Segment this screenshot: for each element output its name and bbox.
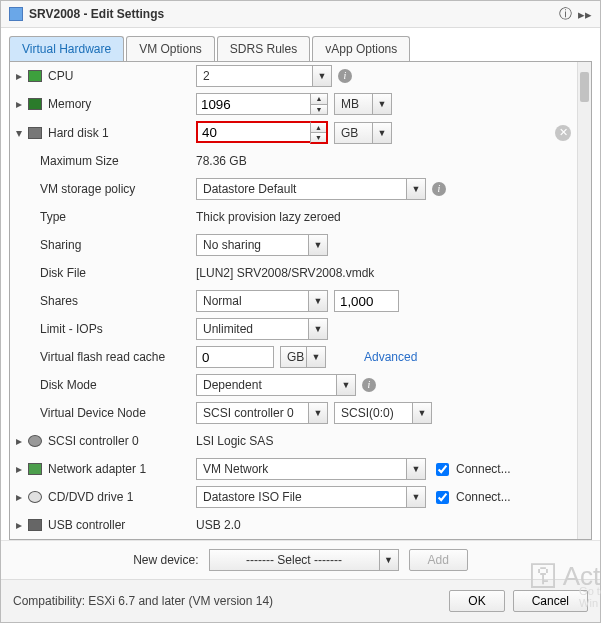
usb-label: USB controller — [48, 518, 125, 532]
help-icon[interactable]: ⓘ — [559, 5, 572, 23]
disk-file-value: [LUN2] SRV2008/SRV2008.vmdk — [196, 266, 374, 280]
expand-icon[interactable]: ▸▸ — [578, 7, 592, 22]
tab-virtual-hardware[interactable]: Virtual Hardware — [9, 36, 124, 61]
limit-label: Limit - IOPs — [40, 322, 103, 336]
memory-down-icon[interactable]: ▼ — [311, 105, 327, 115]
settings-scroll-area[interactable]: ▸ CPU 2 ▼ i ▸ Memory — [10, 62, 577, 539]
hdd1-size-down-icon[interactable]: ▼ — [311, 133, 326, 142]
advanced-link[interactable]: Advanced — [364, 350, 417, 364]
net1-dropdown-button[interactable]: ▼ — [406, 458, 426, 480]
tab-sdrs-rules[interactable]: SDRS Rules — [217, 36, 310, 61]
info-icon[interactable]: i — [432, 182, 446, 196]
tab-vm-options[interactable]: VM Options — [126, 36, 215, 61]
net1-connect-input[interactable] — [436, 463, 449, 476]
disk-file-label: Disk File — [40, 266, 86, 280]
memory-input[interactable] — [196, 93, 310, 115]
limit-dropdown-button[interactable]: ▼ — [308, 318, 328, 340]
info-icon[interactable]: i — [362, 378, 376, 392]
expand-cpu-icon[interactable]: ▸ — [16, 69, 26, 83]
memory-unit-dropdown-button[interactable]: ▼ — [372, 93, 392, 115]
scsi0-value: LSI Logic SAS — [196, 434, 273, 448]
expand-scsi0-icon[interactable]: ▸ — [16, 434, 26, 448]
node-label: Virtual Device Node — [40, 406, 146, 420]
node-controller-dropdown-button[interactable]: ▼ — [308, 402, 328, 424]
limit-value[interactable]: Unlimited — [196, 318, 308, 340]
collapse-hdd1-icon[interactable]: ▾ — [16, 126, 26, 140]
flash-unit-dropdown-button[interactable]: ▼ — [306, 346, 326, 368]
cd-icon — [28, 491, 42, 503]
flash-label: Virtual flash read cache — [40, 350, 165, 364]
node-slot-value[interactable]: SCSI(0:0) — [334, 402, 412, 424]
shares-value-input[interactable] — [334, 290, 399, 312]
add-device-button[interactable]: Add — [409, 549, 468, 571]
cpu-icon — [28, 70, 42, 82]
network-icon — [28, 463, 42, 475]
memory-spinner[interactable]: ▲▼ — [196, 93, 328, 115]
expand-net1-icon[interactable]: ▸ — [16, 462, 26, 476]
cd1-label: CD/DVD drive 1 — [48, 490, 133, 504]
scrollbar-thumb[interactable] — [580, 72, 589, 102]
max-size-value: 78.36 GB — [196, 154, 247, 168]
cpu-dropdown-button[interactable]: ▼ — [312, 65, 332, 87]
sharing-value[interactable]: No sharing — [196, 234, 308, 256]
cd1-connect-checkbox[interactable]: Connect... — [432, 488, 511, 507]
scrollbar[interactable] — [577, 62, 591, 539]
disk-mode-label: Disk Mode — [40, 378, 97, 392]
disk-mode-dropdown-button[interactable]: ▼ — [336, 374, 356, 396]
new-device-label: New device: — [133, 553, 198, 567]
hdd1-unit[interactable]: GB — [334, 122, 372, 144]
sharing-dropdown-button[interactable]: ▼ — [308, 234, 328, 256]
cpu-label: CPU — [48, 69, 73, 83]
memory-unit[interactable]: MB — [334, 93, 372, 115]
node-controller-value[interactable]: SCSI controller 0 — [196, 402, 308, 424]
storage-policy-value[interactable]: Datastore Default — [196, 178, 406, 200]
storage-policy-label: VM storage policy — [40, 182, 135, 196]
hdd1-size-up-icon[interactable]: ▲ — [311, 123, 326, 133]
sharing-label: Sharing — [40, 238, 81, 252]
max-size-label: Maximum Size — [40, 154, 119, 168]
ok-button[interactable]: OK — [449, 590, 504, 612]
shares-level[interactable]: Normal — [196, 290, 308, 312]
cancel-button[interactable]: Cancel — [513, 590, 588, 612]
hdd1-label: Hard disk 1 — [48, 126, 109, 140]
expand-cd1-icon[interactable]: ▸ — [16, 490, 26, 504]
disk-mode-value[interactable]: Dependent — [196, 374, 336, 396]
window-title: SRV2008 - Edit Settings — [29, 7, 553, 21]
expand-memory-icon[interactable]: ▸ — [16, 97, 26, 111]
memory-icon — [28, 98, 42, 110]
hdd1-size-input[interactable] — [196, 121, 310, 143]
memory-label: Memory — [48, 97, 91, 111]
scsi0-label: SCSI controller 0 — [48, 434, 139, 448]
new-device-dropdown-button[interactable]: ▼ — [379, 549, 399, 571]
expand-usb-icon[interactable]: ▸ — [16, 518, 26, 532]
type-value: Thick provision lazy zeroed — [196, 210, 341, 224]
hdd1-size-spinner[interactable]: ▲▼ — [196, 121, 328, 144]
cd1-connect-input[interactable] — [436, 491, 449, 504]
usb-value: USB 2.0 — [196, 518, 241, 532]
type-label: Type — [40, 210, 66, 224]
usb-icon — [28, 519, 42, 531]
window-icon — [9, 7, 23, 21]
info-icon[interactable]: i — [338, 69, 352, 83]
cd1-value[interactable]: Datastore ISO File — [196, 486, 406, 508]
flash-value-input[interactable] — [196, 346, 274, 368]
hard-disk-icon — [28, 127, 42, 139]
shares-label: Shares — [40, 294, 78, 308]
compatibility-text: Compatibility: ESXi 6.7 and later (VM ve… — [13, 594, 449, 608]
remove-hdd1-button[interactable]: ✕ — [555, 125, 571, 141]
net1-value[interactable]: VM Network — [196, 458, 406, 480]
node-slot-dropdown-button[interactable]: ▼ — [412, 402, 432, 424]
tab-vapp-options[interactable]: vApp Options — [312, 36, 410, 61]
memory-up-icon[interactable]: ▲ — [311, 94, 327, 105]
flash-unit[interactable]: GB — [280, 346, 306, 368]
hdd1-unit-dropdown-button[interactable]: ▼ — [372, 122, 392, 144]
scsi-icon — [28, 435, 42, 447]
new-device-select[interactable]: ------- Select ------- — [209, 549, 379, 571]
storage-policy-dropdown-button[interactable]: ▼ — [406, 178, 426, 200]
cpu-value[interactable]: 2 — [196, 65, 312, 87]
net1-label: Network adapter 1 — [48, 462, 146, 476]
cd1-dropdown-button[interactable]: ▼ — [406, 486, 426, 508]
net1-connect-checkbox[interactable]: Connect... — [432, 460, 511, 479]
shares-level-dropdown-button[interactable]: ▼ — [308, 290, 328, 312]
